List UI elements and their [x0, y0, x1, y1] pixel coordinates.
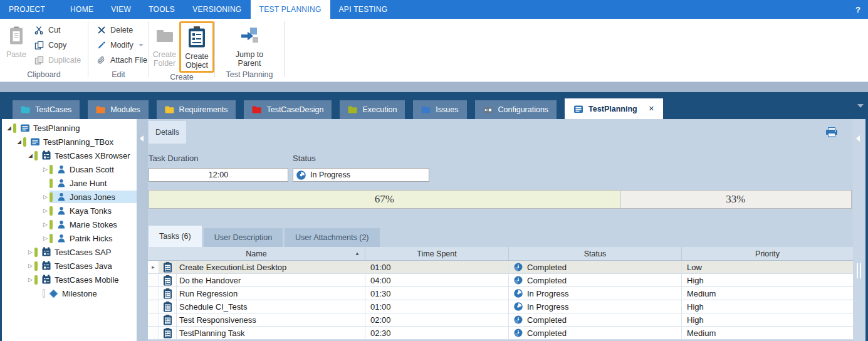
status-label: Status — [293, 154, 429, 163]
tree-item-jonas-jones[interactable]: ▷ Jonas Jones — [2, 190, 137, 204]
expander-collapsed-icon[interactable]: ▷ — [41, 207, 50, 214]
expander-collapsed-icon[interactable]: ▷ — [26, 263, 34, 269]
expander-expanded-icon[interactable]: ◢ — [26, 152, 34, 159]
cell-status: In Progress — [509, 287, 682, 300]
status-bar — [34, 248, 38, 257]
cell-status: In Progress — [509, 300, 682, 313]
tree-item-testcases-mobile[interactable]: ▷ TestCases Mobile — [2, 273, 137, 286]
menubar: PROJECT HOME VIEW TOOLS VERSIONING TEST … — [0, 0, 868, 19]
tab-details[interactable]: Details — [149, 121, 186, 144]
right-panel-strip[interactable] — [853, 119, 865, 341]
collapse-left-icon[interactable] — [140, 135, 144, 142]
tree-item-dusan-scott[interactable]: ▷ Dusan Scott — [2, 162, 137, 176]
menu-tools[interactable]: TOOLS — [140, 0, 184, 19]
attach-file-button[interactable]: Attach File — [96, 53, 147, 68]
table-row[interactable]: Run Regression 01:30 In Progress Medium — [148, 287, 853, 300]
table-row[interactable]: TestPlanning Task 02:30 Completed Medium — [148, 327, 853, 340]
tree-item-testcases-sap[interactable]: ▷ TestCases SAP — [2, 245, 137, 259]
table-row[interactable]: ▸ Create ExecutionList Desktop 01:00 Com… — [148, 261, 853, 274]
expander-expanded-icon[interactable]: ◢ — [5, 125, 13, 131]
duplicate-button[interactable]: Duplicate — [34, 53, 81, 68]
print-icon[interactable] — [825, 127, 838, 140]
tab-configurations[interactable]: Configurations — [475, 100, 557, 119]
help-icon[interactable]: ? — [848, 0, 868, 19]
expander-collapsed-icon[interactable]: ▷ — [26, 276, 34, 283]
paste-button[interactable]: Paste — [4, 21, 29, 59]
menu-test-planning[interactable]: TEST PLANNING — [251, 0, 330, 19]
tree-item-kaya-tonks[interactable]: ▷ Kaya Tonks — [2, 204, 137, 218]
cut-button[interactable]: Cut — [34, 23, 81, 38]
window-frame-right — [865, 119, 868, 341]
tree-item-testcases-java[interactable]: ▷ TestCases Java — [2, 259, 137, 273]
jump-to-parent-button[interactable]: Jump to Parent — [231, 21, 268, 68]
tab-requirements[interactable]: Requirements — [157, 100, 236, 119]
delete-button[interactable]: Delete — [96, 23, 147, 38]
status-completed-icon — [514, 276, 523, 285]
tree-splitter[interactable] — [137, 119, 148, 341]
tree-item-jane-hunt[interactable]: Jane Hunt — [2, 176, 137, 190]
column-header-time-spent[interactable]: Time Spent — [365, 247, 509, 260]
tab-tasks[interactable]: Tasks (6) — [149, 226, 202, 247]
create-object-button[interactable]: Create Object — [182, 23, 211, 70]
tree-item-testplanning-tbox[interactable]: ◢ TestPlanning_TBox — [2, 135, 137, 149]
status-in-progress-icon — [514, 289, 523, 298]
tab-overflow-chevron-icon[interactable] — [857, 104, 864, 108]
menu-view[interactable]: VIEW — [102, 0, 140, 19]
table-row[interactable]: Do the Handover 04:00 Completed High — [148, 274, 853, 287]
progress-bar: 67% 33% — [149, 190, 852, 209]
tab-execution[interactable]: Execution — [340, 100, 405, 119]
planning-icon — [41, 275, 51, 285]
tab-modules[interactable]: Modules — [88, 100, 148, 119]
splitter-grip[interactable] — [857, 263, 861, 278]
expander-collapsed-icon[interactable]: ▷ — [41, 166, 50, 172]
folder-icon — [252, 106, 261, 113]
expander-expanded-icon[interactable]: ◢ — [15, 139, 23, 145]
tree-panel: ◢ TestPlanning ◢ TestPlanning_TBox ◢ Tes… — [2, 119, 137, 341]
tab-testcasedesign[interactable]: TestCaseDesign — [244, 100, 332, 119]
menu-project[interactable]: PROJECT — [0, 0, 54, 19]
copy-button[interactable]: Copy — [34, 38, 81, 53]
ribbon-divider — [284, 21, 285, 77]
tab-testcases[interactable]: TestCases — [13, 100, 80, 119]
expander-collapsed-icon[interactable]: ▷ — [26, 249, 34, 255]
create-folder-button[interactable]: Create Folder — [152, 21, 177, 68]
collapse-right-icon[interactable] — [856, 135, 860, 142]
cell-time-spent: 04:00 — [365, 274, 509, 286]
close-icon[interactable]: ✕ — [649, 105, 654, 113]
modify-dropdown-icon[interactable] — [139, 44, 144, 46]
column-header-priority[interactable]: Priority — [682, 247, 853, 260]
cell-priority: Low — [682, 261, 853, 273]
status-input[interactable]: In Progress — [293, 168, 429, 182]
tree-item-testcases-xbrowser[interactable]: ◢ TestCases XBrowser — [2, 149, 137, 162]
row-expander[interactable]: ▸ — [148, 261, 159, 273]
person-icon — [56, 178, 66, 188]
menu-home[interactable]: HOME — [61, 0, 102, 19]
tab-user-description[interactable]: User Description — [204, 228, 283, 247]
table-row[interactable]: Test Responsiveness 02:00 Completed High — [148, 313, 853, 327]
group-label-test-planning: Test Planning — [215, 70, 284, 81]
modify-button[interactable]: Modify — [96, 38, 147, 53]
list-icon — [573, 104, 583, 114]
expander-collapsed-icon[interactable]: ▷ — [41, 235, 50, 241]
column-header-status[interactable]: Status — [509, 247, 682, 260]
tab-issues[interactable]: Issues — [413, 100, 466, 119]
tree-item-testplanning[interactable]: ◢ TestPlanning — [2, 121, 137, 135]
menu-versioning[interactable]: VERSIONING — [184, 0, 250, 19]
tab-testplanning[interactable]: TestPlanning ✕ — [565, 98, 663, 119]
expander-collapsed-icon[interactable]: ▷ — [41, 194, 50, 200]
tree-item-marie-stokes[interactable]: ▷ Marie Stokes — [2, 218, 137, 231]
person-icon — [56, 219, 66, 229]
planning-icon — [41, 261, 51, 271]
tree-item-milestone[interactable]: Milestone — [2, 286, 137, 300]
tab-user-attachments[interactable]: User Attachments (2) — [285, 228, 379, 247]
tree-item-patrik-hicks[interactable]: ▷ Patrik Hicks — [2, 231, 137, 245]
status-bar — [50, 206, 53, 216]
column-header-name[interactable]: Name ▲ — [148, 247, 365, 260]
ribbon-group-test-planning: Jump to Parent Test Planning — [215, 19, 284, 81]
table-row[interactable]: Schedule CI_Tests 01:00 In Progress High — [148, 300, 853, 313]
task-duration-input[interactable]: 12:00 — [149, 168, 288, 182]
row-gutter — [148, 287, 159, 300]
details-panel: Details Task Duration 12:00 Status In Pr… — [148, 119, 853, 341]
menu-api-testing[interactable]: API TESTING — [330, 0, 397, 19]
expander-collapsed-icon[interactable]: ▷ — [41, 221, 50, 228]
